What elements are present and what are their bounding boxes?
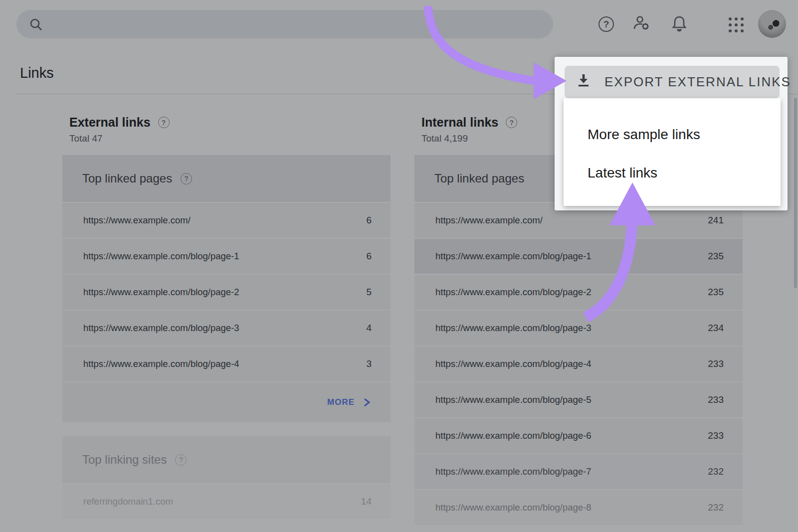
export-button-label: EXPORT EXTERNAL LINKS: [604, 74, 791, 90]
export-dropdown-panel: EXPORT EXTERNAL LINKS More sample linksL…: [555, 57, 788, 210]
export-external-links-button[interactable]: EXPORT EXTERNAL LINKS: [565, 66, 780, 98]
export-menu-item[interactable]: More sample links: [564, 115, 781, 154]
export-menu: More sample linksLatest links: [564, 98, 781, 206]
export-menu-item[interactable]: Latest links: [564, 154, 781, 192]
download-icon: [576, 72, 592, 92]
